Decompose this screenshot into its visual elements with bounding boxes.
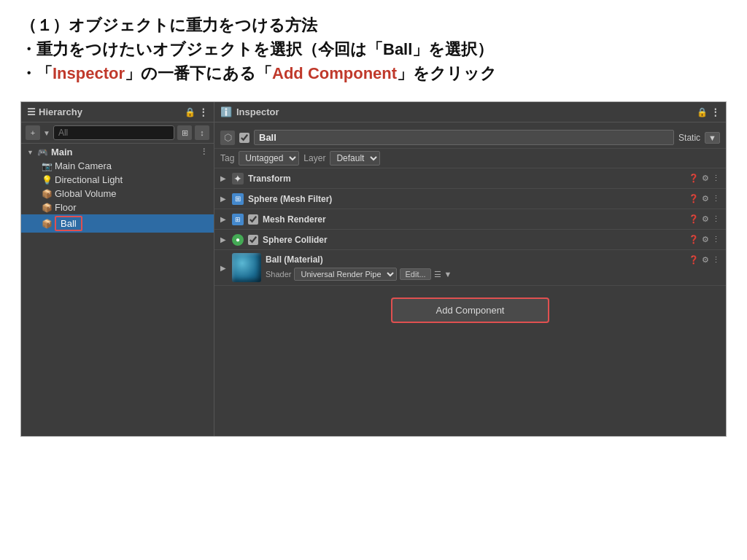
hierarchy-dots-icon: ⋮ bbox=[198, 106, 208, 117]
material-settings-icon[interactable]: ⚙ bbox=[702, 255, 709, 265]
object-name-row: ⬡ Static ▼ bbox=[214, 127, 726, 149]
hierarchy-search-input[interactable] bbox=[53, 125, 174, 140]
material-help-icon[interactable]: ❓ bbox=[689, 255, 699, 265]
add-component-highlight: Add Component bbox=[272, 64, 397, 82]
object-name-field[interactable] bbox=[254, 130, 674, 145]
inspector-lock-icon: 🔒 bbox=[697, 107, 708, 117]
mesh-filter-help-icon[interactable]: ❓ bbox=[689, 194, 699, 203]
hierarchy-item-ball[interactable]: 📦 Ball bbox=[21, 214, 214, 233]
object-icon-floor: 📦 bbox=[42, 203, 52, 213]
inspector-title: Inspector bbox=[236, 106, 279, 117]
title-line-3: ・「Inspector」の一番下にある「Add Component」をクリック bbox=[20, 61, 727, 85]
object-icon-camera: 📷 bbox=[42, 161, 52, 171]
inspector-header-icons: 🔒 ⋮ bbox=[697, 106, 720, 117]
transform-icon: ✦ bbox=[232, 173, 244, 184]
unity-screenshot: ☰ Hierarchy 🔒 ⋮ + ▼ ⊞ ↕ ▼ 🎮 Main ⋮ bbox=[20, 101, 727, 437]
sphere-collider-dots-icon[interactable]: ⋮ bbox=[712, 235, 720, 244]
mesh-filter-dots-icon[interactable]: ⋮ bbox=[712, 194, 720, 203]
expand-arrow-sphere-collider[interactable]: ▶ bbox=[220, 236, 228, 244]
material-info: Ball (Material) ❓ ⚙ ⋮ Shader Universal R… bbox=[266, 254, 720, 281]
hierarchy-item-main-camera[interactable]: 📷 Main Camera bbox=[21, 159, 214, 173]
hierarchy-item-global-volume[interactable]: 📦 Global Volume bbox=[21, 187, 214, 201]
title-line-1: （１）オブジェクトに重力をつける方法 bbox=[20, 13, 727, 37]
hierarchy-sort-button[interactable]: ↕ bbox=[195, 125, 209, 140]
mesh-renderer-actions: ❓ ⚙ ⋮ bbox=[689, 214, 720, 224]
inspector-panel: ℹ️ Inspector 🔒 ⋮ ⬡ Static ▼ Tag Untagg bbox=[214, 102, 726, 436]
item-label-floor: Floor bbox=[55, 202, 77, 213]
expand-arrow-material[interactable]: ▶ bbox=[220, 264, 228, 272]
add-component-button[interactable]: Add Component bbox=[391, 298, 550, 323]
expand-icon-main: ▼ bbox=[27, 149, 34, 156]
sphere-collider-settings-icon[interactable]: ⚙ bbox=[702, 235, 709, 244]
material-list-icon: ☰ bbox=[434, 270, 441, 279]
mesh-renderer-help-icon[interactable]: ❓ bbox=[689, 214, 699, 224]
info-icon: ℹ️ bbox=[220, 106, 232, 117]
transform-actions: ❓ ⚙ ⋮ bbox=[689, 174, 720, 183]
static-label: Static bbox=[678, 133, 700, 143]
mesh-filter-label: Sphere (Mesh Filter) bbox=[248, 194, 684, 204]
component-row-mesh-filter: ▶ ⊞ Sphere (Mesh Filter) ❓ ⚙ ⋮ bbox=[214, 189, 726, 209]
hierarchy-item-main[interactable]: ▼ 🎮 Main ⋮ bbox=[21, 145, 214, 159]
material-edit-button[interactable]: Edit... bbox=[400, 268, 430, 280]
hierarchy-title-row: ☰ Hierarchy bbox=[27, 106, 82, 117]
mesh-filter-icon: ⊞ bbox=[232, 193, 244, 205]
item-label-main: Main bbox=[51, 147, 73, 158]
hierarchy-filter-button[interactable]: ⊞ bbox=[177, 125, 192, 140]
mesh-renderer-enabled-checkbox[interactable] bbox=[248, 214, 258, 225]
expand-arrow-mesh-filter[interactable]: ▶ bbox=[220, 195, 228, 203]
hierarchy-header-icons: 🔒 ⋮ bbox=[185, 106, 208, 117]
shader-dropdown[interactable]: Universal Render Pipe bbox=[294, 268, 397, 281]
text-area: （１）オブジェクトに重力をつける方法 ・重力をつけたいオブジェクトを選択（今回は… bbox=[0, 0, 747, 94]
material-name-label: Ball (Material) bbox=[266, 254, 323, 265]
hierarchy-toolbar: + ▼ ⊞ ↕ bbox=[21, 122, 214, 144]
hierarchy-item-floor[interactable]: 📦 Floor bbox=[21, 201, 214, 214]
sphere-collider-help-icon[interactable]: ❓ bbox=[689, 235, 699, 244]
hierarchy-title: Hierarchy bbox=[39, 106, 82, 117]
transform-dots-icon[interactable]: ⋮ bbox=[712, 174, 720, 183]
object-icon-volume: 📦 bbox=[42, 189, 52, 199]
sphere-collider-actions: ❓ ⚙ ⋮ bbox=[689, 235, 720, 244]
object-3d-icon: ⬡ bbox=[220, 131, 235, 145]
material-dots-icon[interactable]: ⋮ bbox=[712, 255, 720, 265]
inspector-header: ℹ️ Inspector 🔒 ⋮ bbox=[214, 102, 726, 122]
expand-arrow-mesh-renderer[interactable]: ▶ bbox=[220, 215, 228, 223]
sphere-collider-label: Sphere Collider bbox=[263, 235, 684, 245]
sphere-collider-icon: ● bbox=[232, 234, 244, 246]
mesh-renderer-settings-icon[interactable]: ⚙ bbox=[702, 214, 709, 224]
hierarchy-lock-icon: 🔒 bbox=[185, 107, 196, 117]
tag-layer-row: Tag Untagged Layer Default bbox=[214, 149, 726, 168]
layer-dropdown[interactable]: Default bbox=[330, 151, 380, 166]
hierarchy-item-directional-light[interactable]: 💡 Directional Light bbox=[21, 173, 214, 187]
transform-settings-icon[interactable]: ⚙ bbox=[702, 174, 709, 183]
hierarchy-add-button[interactable]: + bbox=[26, 125, 40, 140]
material-actions: ❓ ⚙ ⋮ bbox=[689, 255, 720, 265]
sphere-collider-enabled-checkbox[interactable] bbox=[248, 235, 258, 245]
hierarchy-dropdown-arrow: ▼ bbox=[43, 129, 50, 137]
mesh-renderer-dots-icon[interactable]: ⋮ bbox=[712, 214, 720, 224]
object-icon-main: 🎮 bbox=[38, 147, 48, 158]
layer-label: Layer bbox=[303, 153, 325, 163]
mesh-filter-settings-icon[interactable]: ⚙ bbox=[702, 194, 709, 203]
tag-dropdown[interactable]: Untagged bbox=[239, 151, 299, 166]
hierarchy-menu-icon: ☰ bbox=[27, 106, 36, 117]
material-preview bbox=[232, 253, 261, 282]
transform-help-icon[interactable]: ❓ bbox=[689, 174, 699, 183]
object-enabled-checkbox[interactable] bbox=[239, 133, 249, 143]
inspector-highlight: Inspector bbox=[53, 64, 125, 82]
material-expand-icon: ▼ bbox=[444, 270, 452, 279]
main-dots-icon: ⋮ bbox=[200, 147, 208, 157]
static-dropdown-button[interactable]: ▼ bbox=[705, 132, 720, 144]
transform-label: Transform bbox=[248, 174, 684, 184]
mesh-renderer-label: Mesh Renderer bbox=[263, 214, 684, 225]
mesh-filter-actions: ❓ ⚙ ⋮ bbox=[689, 194, 720, 203]
title-line-2: ・重力をつけたいオブジェクトを選択（今回は「Ball」を選択） bbox=[20, 37, 727, 61]
shader-label: Shader bbox=[266, 270, 291, 279]
shader-row: Shader Universal Render Pipe Edit... ☰ ▼ bbox=[266, 268, 720, 281]
item-label-volume: Global Volume bbox=[55, 188, 117, 199]
tag-label: Tag bbox=[220, 153, 234, 163]
expand-arrow-transform[interactable]: ▶ bbox=[220, 174, 228, 182]
component-row-sphere-collider: ▶ ● Sphere Collider ❓ ⚙ ⋮ bbox=[214, 230, 726, 250]
mesh-renderer-icon: ⊞ bbox=[232, 214, 244, 225]
component-row-mesh-renderer: ▶ ⊞ Mesh Renderer ❓ ⚙ ⋮ bbox=[214, 209, 726, 230]
inspector-title-row: ℹ️ Inspector bbox=[220, 106, 279, 117]
